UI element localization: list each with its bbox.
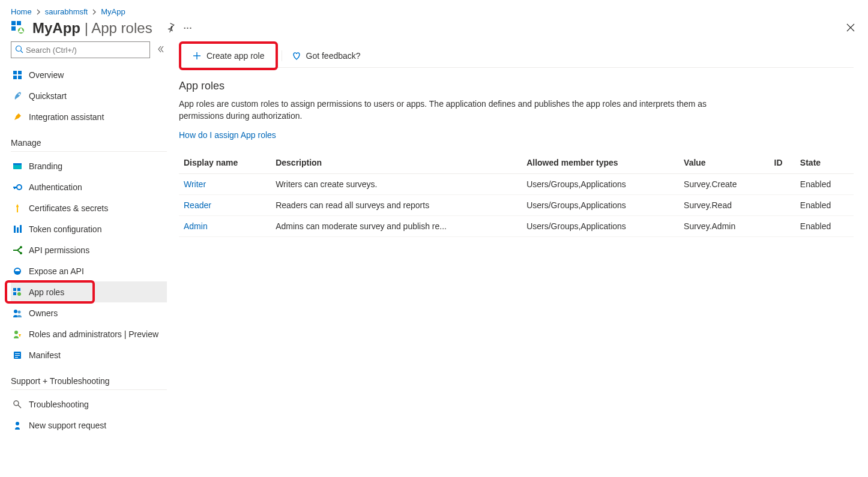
svg-rect-22: [17, 288, 20, 291]
sidebar-item-label: Certificates & secrets: [29, 203, 108, 213]
col-state[interactable]: State: [795, 152, 854, 174]
svg-rect-14: [17, 208, 18, 212]
svg-rect-8: [13, 76, 17, 79]
sidebar-item-integration-assistant[interactable]: Integration assistant: [11, 106, 167, 127]
sidebar-item-troubleshooting[interactable]: Troubleshooting: [11, 394, 167, 415]
search-icon: [15, 45, 23, 55]
page-title: MyApp | App roles: [32, 20, 152, 37]
create-app-role-button[interactable]: Create app role: [184, 46, 273, 65]
close-icon[interactable]: [846, 23, 855, 34]
svg-rect-0: [11, 21, 16, 25]
sidebar-item-label: Owners: [29, 308, 58, 318]
breadcrumb: Home saurabhmsft MyApp: [0, 0, 868, 16]
sidebar-item-overview[interactable]: Overview: [11, 64, 167, 85]
app-roles-icon: [12, 287, 23, 298]
pin-icon[interactable]: [166, 23, 175, 34]
sidebar-item-api-permissions[interactable]: API permissions: [11, 239, 167, 260]
sidebar-item-label: Authentication: [29, 182, 82, 192]
app-registration-icon: [11, 20, 26, 36]
svg-rect-9: [18, 76, 22, 79]
cell-id: [770, 174, 795, 195]
button-label: Got feedback?: [306, 51, 361, 61]
cell-desc: Admins can moderate survey and publish r…: [271, 216, 522, 237]
authentication-icon: [12, 182, 23, 193]
table-header-row: Display name Description Allowed member …: [179, 152, 854, 174]
role-link[interactable]: Writer: [184, 179, 206, 189]
quickstart-icon: [12, 91, 23, 101]
role-link[interactable]: Admin: [184, 221, 208, 231]
svg-point-26: [18, 310, 21, 313]
more-icon[interactable]: ···: [184, 23, 193, 33]
sidebar-item-authentication[interactable]: Authentication: [11, 176, 167, 197]
support-icon: [12, 420, 23, 431]
button-label: Create app role: [206, 51, 265, 61]
svg-rect-29: [15, 353, 20, 354]
cell-state: Enabled: [795, 195, 854, 216]
cell-desc: Readers can read all surveys and reports: [271, 195, 522, 216]
col-name[interactable]: Display name: [179, 152, 271, 174]
svg-point-18: [20, 246, 22, 248]
svg-point-13: [17, 185, 22, 190]
help-link[interactable]: How do I assign App roles: [179, 130, 276, 140]
section-support: Support + Troubleshooting: [11, 365, 167, 390]
plus-icon: [192, 51, 202, 61]
col-desc[interactable]: Description: [271, 152, 522, 174]
svg-rect-12: [13, 163, 22, 165]
breadcrumb-home[interactable]: Home: [11, 7, 32, 16]
cell-name: Reader: [179, 195, 271, 216]
table-row[interactable]: AdminAdmins can moderate survey and publ…: [179, 216, 854, 237]
search-box[interactable]: [11, 41, 150, 58]
cell-name: Writer: [179, 174, 271, 195]
sidebar-item-manifest[interactable]: Manifest: [11, 344, 167, 365]
chevron-right-icon: [35, 9, 41, 15]
main-content: Create app role Got feedback? App roles …: [173, 41, 868, 436]
sidebar-item-label: API permissions: [29, 245, 89, 255]
rocket-icon: [12, 112, 23, 122]
sidebar-item-token-config[interactable]: Token configuration: [11, 218, 167, 239]
cell-types: Users/Groups,Applications: [522, 174, 679, 195]
breadcrumb-last[interactable]: MyApp: [101, 7, 125, 16]
app-roles-table: Display name Description Allowed member …: [179, 152, 854, 237]
col-id[interactable]: ID: [770, 152, 795, 174]
title-app-name: MyApp: [32, 20, 80, 36]
sidebar-item-label: Expose an API: [29, 266, 84, 276]
svg-point-24: [17, 292, 21, 296]
col-types[interactable]: Allowed member types: [522, 152, 679, 174]
sidebar-item-branding[interactable]: Branding: [11, 155, 167, 176]
content-heading: App roles: [179, 80, 854, 92]
sidebar-item-app-roles[interactable]: App roles: [11, 281, 167, 302]
sidebar-item-quickstart[interactable]: Quickstart: [11, 85, 167, 106]
sidebar-item-label: Manifest: [29, 350, 61, 360]
troubleshooting-icon: [12, 399, 23, 410]
sidebar: Overview Quickstart Integration assistan…: [0, 41, 173, 436]
cell-state: Enabled: [795, 216, 854, 237]
sidebar-item-label: Quickstart: [29, 91, 67, 101]
svg-point-33: [16, 422, 19, 425]
token-icon: [12, 224, 23, 235]
search-input[interactable]: [23, 46, 146, 55]
chevron-right-icon: [91, 9, 97, 15]
sidebar-item-owners[interactable]: Owners: [11, 302, 167, 323]
table-row[interactable]: ReaderReaders can read all surveys and r…: [179, 195, 854, 216]
title-bar: MyApp | App roles ···: [0, 16, 868, 41]
svg-point-27: [14, 331, 18, 334]
sidebar-item-new-support[interactable]: New support request: [11, 415, 167, 436]
got-feedback-button[interactable]: Got feedback?: [283, 46, 369, 65]
breadcrumb-mid[interactable]: saurabhmsft: [45, 7, 88, 16]
roles-admin-icon: [12, 329, 23, 340]
sidebar-item-label: App roles: [29, 287, 64, 297]
col-value[interactable]: Value: [679, 152, 770, 174]
svg-rect-23: [13, 292, 16, 295]
collapse-sidebar-icon[interactable]: [155, 45, 167, 55]
role-link[interactable]: Reader: [184, 200, 211, 210]
branding-icon: [12, 161, 23, 172]
sidebar-item-certificates[interactable]: Certificates & secrets: [11, 197, 167, 218]
sidebar-item-label: Integration assistant: [29, 112, 104, 122]
svg-point-19: [20, 252, 22, 254]
sidebar-item-label: Troubleshooting: [29, 400, 89, 409]
sidebar-item-roles-admins[interactable]: Roles and administrators | Preview: [11, 323, 167, 344]
sidebar-item-expose-api[interactable]: Expose an API: [11, 260, 167, 281]
table-row[interactable]: WriterWriters can create surveys.Users/G…: [179, 174, 854, 195]
svg-rect-21: [13, 288, 16, 291]
separator: [282, 50, 282, 61]
